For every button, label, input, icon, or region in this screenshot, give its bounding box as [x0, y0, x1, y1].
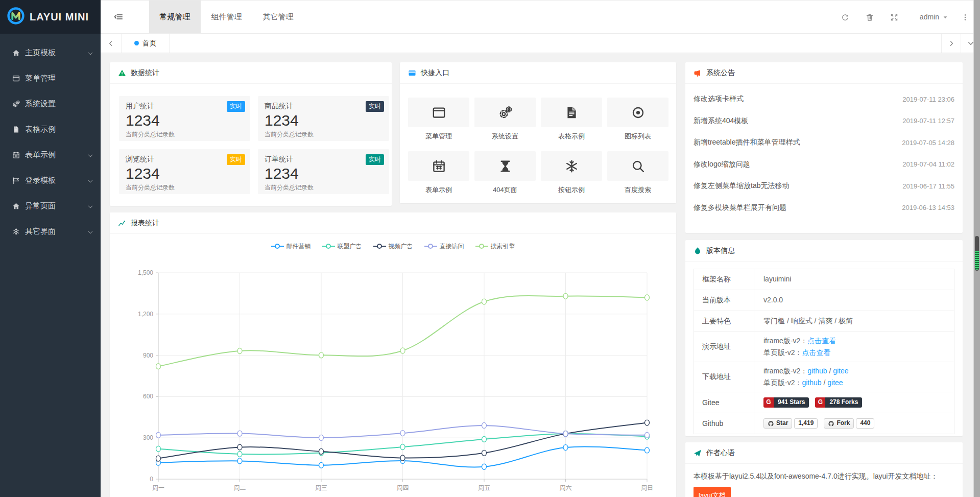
- stat-box-order-stat: 订单统计1234当前分类总记录数实时: [258, 149, 389, 194]
- github-badge[interactable]: Star1,419: [763, 418, 818, 429]
- octocat-icon: [768, 418, 774, 429]
- version-link[interactable]: gitee: [833, 367, 848, 375]
- gitee-badge-label: 941 Stars: [774, 397, 809, 408]
- svg-text:周六: 周六: [560, 484, 572, 491]
- collapse-menu-button[interactable]: [101, 1, 136, 33]
- version-row: 演示地址iframe版-v2：点击查看单页版-v2：点击查看: [694, 332, 954, 362]
- sidebar-item-menu-manage[interactable]: 菜单管理: [0, 65, 101, 91]
- gitee-badge[interactable]: G941 Stars: [763, 397, 809, 408]
- version-value: layuimini: [763, 273, 954, 285]
- version-card-header: 版本信息: [685, 240, 963, 262]
- sidebar-item-table-demo[interactable]: 表格示例: [0, 116, 101, 142]
- notice-item[interactable]: 修改logo缩放问题2019-07-04 11:02: [685, 154, 963, 176]
- window-icon: [11, 75, 20, 82]
- quick-entry-baidu-search[interactable]: 百度搜索: [607, 151, 668, 195]
- version-link[interactable]: github: [807, 367, 827, 375]
- version-link[interactable]: 点击查看: [807, 337, 836, 345]
- notice-item[interactable]: 新增treetable插件和菜单管理样式2019-07-05 14:28: [685, 132, 963, 154]
- stats-card-title: 数据统计: [131, 68, 159, 78]
- quick-entry-system-setting[interactable]: 系统设置: [474, 98, 536, 141]
- stat-label: 商品统计: [265, 102, 383, 111]
- notice-text: 修复左侧菜单缩放tab无法移动: [694, 181, 789, 191]
- clear-button[interactable]: [857, 12, 882, 21]
- legend-item[interactable]: 视频广告: [373, 242, 413, 251]
- sidebar-item-home-template[interactable]: 主页模板: [0, 40, 101, 65]
- user-dropdown[interactable]: admin: [920, 13, 948, 21]
- version-link[interactable]: gitee: [827, 378, 843, 387]
- link-prefix: 单页版-v2：: [763, 348, 802, 357]
- notice-item[interactable]: 修复左侧菜单缩放tab无法移动2019-06-17 11:55: [685, 175, 963, 197]
- tab-home[interactable]: 首页: [122, 34, 170, 53]
- sidebar-item-label: 表格示例: [25, 125, 93, 134]
- sidebar-item-label: 登录模板: [25, 176, 87, 185]
- svg-text:周三: 周三: [315, 484, 327, 491]
- sidebar-item-form-demo[interactable]: 表单示例: [0, 142, 101, 168]
- github-badge-count: 440: [856, 418, 874, 429]
- chevron-right-icon: [948, 39, 955, 48]
- circleDot-icon: [607, 98, 668, 127]
- more-menu-button[interactable]: [958, 12, 973, 21]
- svg-text:1,500: 1,500: [138, 269, 153, 276]
- gitee-icon: G: [815, 397, 825, 408]
- legend-item[interactable]: 直接访问: [424, 242, 464, 251]
- layui-doc-button[interactable]: layui文档: [694, 487, 731, 497]
- notice-item[interactable]: 新增系统404模板2019-07-11 12:57: [685, 110, 963, 132]
- module-tab-general[interactable]: 常规管理: [149, 1, 201, 33]
- trash-icon: [866, 12, 874, 21]
- notice-item[interactable]: 修改选项卡样式2019-07-11 23:06: [685, 88, 963, 110]
- legend-label: 邮件营销: [286, 242, 311, 251]
- module-tab-other[interactable]: 其它管理: [252, 1, 304, 33]
- ellipsis-icon: [961, 12, 969, 21]
- sidebar-item-error-page[interactable]: 异常页面: [0, 193, 101, 219]
- legend-item[interactable]: 联盟广告: [322, 242, 362, 251]
- quick-entry-table-demo[interactable]: 表格示例: [541, 98, 602, 141]
- layuimini-dashboard: LAYUI MINI 主页模板菜单管理系统设置表格示例表单示例登录模板异常页面其…: [0, 0, 980, 497]
- notice-item[interactable]: 修复多模块菜单栏展开有问题2019-06-13 14:53: [685, 197, 963, 219]
- stat-box-view-stat: 浏览统计1234当前分类总记录数实时: [119, 149, 250, 194]
- quick-entry-button-demo[interactable]: 按钮示例: [541, 151, 602, 195]
- sidebar-item-other-ui[interactable]: 其它界面: [0, 219, 101, 244]
- version-link-line: 单页版-v2：点击查看: [763, 347, 954, 359]
- quick-entry-label: 百度搜索: [607, 185, 668, 195]
- quick-entry-page-404[interactable]: 404页面: [474, 151, 536, 195]
- legend-item[interactable]: 搜索引擎: [475, 242, 515, 251]
- github-badge-count: 1,419: [794, 418, 818, 429]
- app-logo[interactable]: LAYUI MINI: [0, 0, 101, 34]
- version-link-line: 单页版-v2：github / gitee: [763, 377, 954, 389]
- github-badge[interactable]: Fork440: [824, 418, 874, 429]
- fullscreen-button[interactable]: [882, 12, 906, 21]
- tab-home-label: 首页: [142, 39, 157, 48]
- flag-icon: [11, 177, 20, 184]
- svg-text:周二: 周二: [234, 484, 246, 491]
- module-tab-component[interactable]: 组件管理: [201, 1, 252, 33]
- quick-entry-grid: 菜单管理系统设置表格示例图标列表表单示例404页面按钮示例百度搜索: [400, 84, 676, 195]
- tab-scroll-right-button[interactable]: [941, 34, 961, 53]
- sidebar-item-login-template[interactable]: 登录模板: [0, 168, 101, 193]
- page-scrollbar-track[interactable]: [973, 0, 980, 497]
- window-icon: [408, 98, 469, 127]
- quick-entry-icon-list[interactable]: 图标列表: [607, 98, 668, 141]
- legend-item[interactable]: 邮件营销: [271, 242, 311, 251]
- stat-desc: 当前分类总记录数: [265, 130, 383, 139]
- tab-scroll-left-button[interactable]: [101, 34, 122, 53]
- gitee-badge[interactable]: G278 Forks: [815, 397, 862, 408]
- quick-entry-form-demo[interactable]: 表单示例: [408, 151, 469, 195]
- version-card: 版本信息 框架名称layuimini当前版本v2.0.0主要特色零门槛 / 响应…: [685, 240, 963, 436]
- sidebar-item-system-setting[interactable]: 系统设置: [0, 91, 101, 116]
- link-prefix: iframe版-v2：: [763, 337, 807, 345]
- version-value: 零门槛 / 响应式 / 清爽 / 极简: [763, 315, 954, 327]
- version-row: GiteeG941 StarsG278 Forks: [694, 392, 954, 413]
- version-link[interactable]: github: [802, 378, 821, 387]
- quick-card-title: 快捷入口: [421, 68, 449, 78]
- chevron-left-icon: [107, 39, 114, 48]
- version-link[interactable]: 点击查看: [802, 348, 830, 357]
- version-link-line: iframe版-v2：点击查看: [763, 335, 954, 347]
- gears-icon: [474, 98, 536, 127]
- quick-entry-menu-manage[interactable]: 菜单管理: [408, 98, 469, 141]
- notice-date: 2019-06-17 11:55: [902, 182, 954, 190]
- file-icon: [11, 126, 20, 133]
- notice-date: 2019-07-11 12:57: [902, 117, 954, 125]
- page-scrollbar-thumb[interactable]: [975, 236, 979, 271]
- legend-label: 视频广告: [389, 242, 413, 251]
- refresh-button[interactable]: [833, 12, 857, 21]
